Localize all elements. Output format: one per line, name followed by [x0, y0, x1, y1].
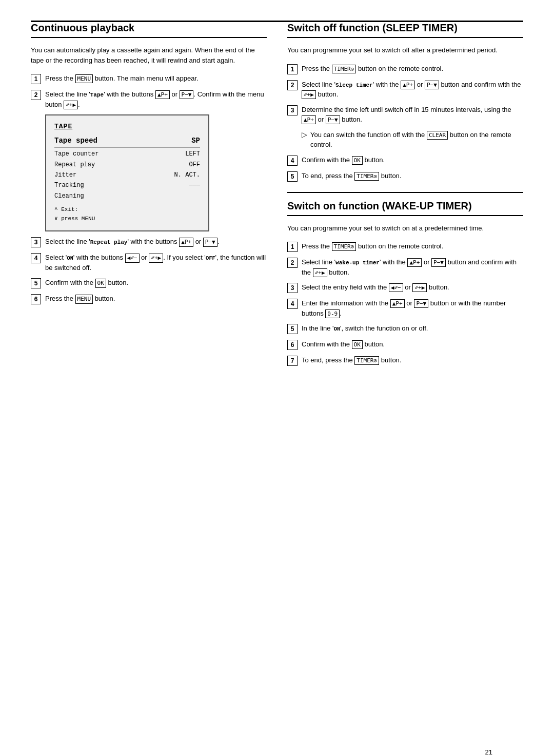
left-column: Continuous playback You can automaticall…: [31, 22, 267, 371]
step-num-4: 4: [31, 253, 41, 263]
sleep-step-3-note: ▷ You can switch the function off with t…: [302, 130, 523, 150]
wake-step-num-1: 1: [287, 242, 298, 252]
step-num-3: 3: [31, 237, 41, 247]
sleep-step-3-text: Determine the time left until switch off…: [302, 105, 523, 125]
step-4-text: Select 'ON' with the buttons ◀✐− or ✐+▶.…: [45, 253, 267, 273]
menu-btn-1: MENU: [75, 74, 93, 83]
wake-step-3-text: Select the entry field with the ◀✐− or ✐…: [302, 282, 449, 293]
wake-step-5-text: In the line 'ON', switch the function on…: [302, 323, 428, 334]
sleep-step-1-text: Press the TIMER⊙ button on the remote co…: [302, 64, 443, 74]
step-6-text: Press the MENU button.: [45, 294, 115, 304]
step-5: 5 Confirm with the OK button.: [31, 278, 267, 288]
sleep-step-5: 5 To end, press the TIMER⊙ button.: [287, 171, 523, 182]
page-number: 21: [485, 748, 492, 756]
sleep-step-num-3: 3: [287, 105, 298, 115]
right-column: Switch off function (SLEEP TIMER) You ca…: [287, 22, 523, 371]
sleep-step-num-1: 1: [287, 64, 298, 74]
sleep-step-5-text: To end, press the TIMER⊙ button.: [302, 171, 401, 181]
step-num-5: 5: [31, 278, 41, 288]
wake-step-6-text: Confirm with the OK button.: [302, 339, 385, 350]
wake-step-2-text: Select line 'Wake-up timer' with the ▲P+…: [302, 257, 523, 277]
wake-timer-title: Switch on function (WAKE-UP TIMER): [287, 200, 523, 216]
menu-speed-label: Tape speed: [54, 134, 97, 147]
step-4: 4 Select 'ON' with the buttons ◀✐− or ✐+…: [31, 253, 267, 273]
step-2: 2 Select the line 'Tape' with the button…: [31, 89, 267, 109]
sleep-step-num-5: 5: [287, 171, 298, 182]
wake-step-6: 6 Confirm with the OK button.: [287, 339, 523, 350]
menu-footer: ^ Exit: ∨ press MENU: [54, 205, 200, 223]
sleep-step-num-2: 2: [287, 80, 298, 90]
sleep-step-4: 4 Confirm with the OK button.: [287, 155, 523, 166]
menu-speed-value: SP: [191, 134, 200, 147]
sleep-step-num-4: 4: [287, 156, 298, 166]
step-6: 6 Press the MENU button.: [31, 294, 267, 304]
wake-step-3: 3 Select the entry field with the ◀✐− or…: [287, 282, 523, 293]
menu-title: TAPE: [54, 123, 200, 130]
menu-row-cleaning: Cleaning: [54, 191, 200, 201]
step-num-2: 2: [31, 90, 41, 100]
step-5-text: Confirm with the OK button.: [45, 278, 128, 288]
wake-step-7: 7 To end, press the TIMER⊙ button.: [287, 355, 523, 366]
wake-step-4-text: Enter the information with the ▲P+ or P−…: [302, 298, 523, 318]
step-1: 1 Press the MENU button. The main menu w…: [31, 73, 267, 84]
menu-row-counter: Tape counter LEFT: [54, 149, 200, 159]
sleep-step-4-text: Confirm with the OK button.: [302, 155, 385, 165]
wake-step-2: 2 Select line 'Wake-up timer' with the ▲…: [287, 257, 523, 277]
sleep-timer-intro: You can programme your set to switch off…: [287, 45, 523, 55]
wake-step-num-5: 5: [287, 324, 298, 334]
step-num-1: 1: [31, 74, 41, 84]
sleep-step-3: 3 Determine the time left until switch o…: [287, 105, 523, 125]
wake-step-num-2: 2: [287, 258, 298, 268]
wake-step-num-3: 3: [287, 283, 298, 293]
step-2-text: Select the line 'Tape' with the buttons …: [45, 89, 267, 109]
section-separator: [287, 192, 523, 193]
menu-row-tracking: Tracking ———: [54, 180, 200, 190]
menu-row-jitter: Jitter N. ACT.: [54, 170, 200, 180]
step-3-text: Select the line 'Repeat play' with the b…: [45, 237, 219, 247]
sleep-step-1: 1 Press the TIMER⊙ button on the remote …: [287, 64, 523, 74]
wake-step-num-4: 4: [287, 299, 298, 309]
sleep-step-2: 2 Select line 'Sleep timer' with the ▲P+…: [287, 80, 523, 100]
step-3: 3 Select the line 'Repeat play' with the…: [31, 237, 267, 247]
wake-timer-intro: You can programme your set to switch on …: [287, 223, 523, 234]
sleep-timer-title: Switch off function (SLEEP TIMER): [287, 22, 523, 38]
step-1-text: Press the MENU button. The main menu wil…: [45, 73, 199, 84]
wake-step-7-text: To end, press the TIMER⊙ button.: [302, 355, 401, 365]
wake-step-4: 4 Enter the information with the ▲P+ or …: [287, 298, 523, 318]
menu-row-repeat: Repeat play OFF: [54, 160, 200, 170]
sleep-step-2-text: Select line 'Sleep timer' with the ▲P+ o…: [302, 80, 523, 100]
wake-step-num-6: 6: [287, 340, 298, 350]
wake-step-1: 1 Press the TIMER⊙ button on the remote …: [287, 241, 523, 252]
menu-speed-row: Tape speed SP: [54, 134, 200, 148]
step-num-6: 6: [31, 294, 41, 304]
wake-step-5: 5 In the line 'ON', switch the function …: [287, 323, 523, 334]
left-section-title: Continuous playback: [31, 22, 267, 38]
left-intro: You can automatically play a cassette ag…: [31, 45, 267, 65]
tape-menu-box: TAPE Tape speed SP Tape counter LEFT Rep…: [45, 114, 209, 231]
wake-step-1-text: Press the TIMER⊙ button on the remote co…: [302, 241, 443, 251]
wake-step-num-7: 7: [287, 356, 298, 366]
